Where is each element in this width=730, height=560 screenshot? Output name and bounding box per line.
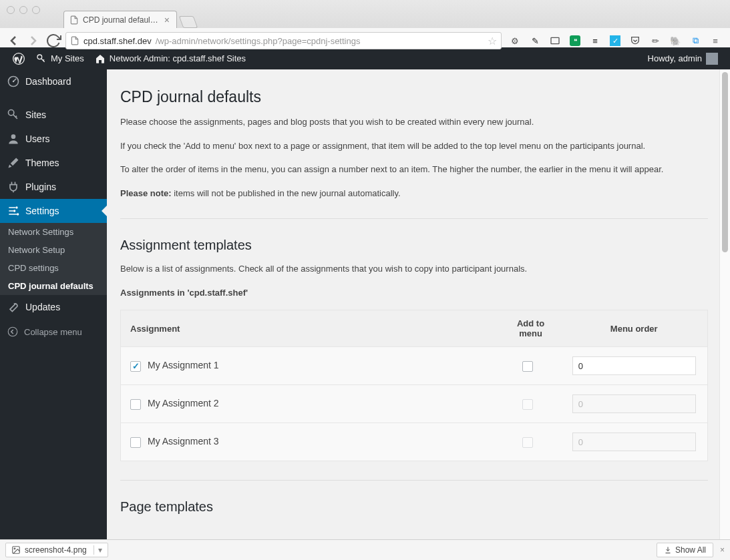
assignment-label: My Assignment 3	[148, 436, 219, 447]
brush-icon	[7, 156, 20, 170]
evernote-icon[interactable]: 🐘	[670, 35, 681, 46]
add-to-menu-checkbox	[522, 399, 533, 410]
tab-title: CPD journal defaults ‹ Netw	[83, 15, 160, 25]
download-bar: screenshot-4.png ▾ Show All ×	[0, 539, 730, 560]
svg-rect-0	[551, 37, 559, 43]
browser-tab[interactable]: CPD journal defaults ‹ Netw ×	[63, 11, 177, 28]
url-path: /wp-admin/network/settings.php?page=cpdn…	[156, 36, 361, 46]
add-to-menu-checkbox	[522, 437, 533, 448]
chevron-down-icon[interactable]: ▾	[94, 545, 102, 555]
windows-icon[interactable]: ⧉	[690, 35, 701, 46]
assignment-checkbox[interactable]	[130, 399, 141, 410]
account-link[interactable]: Howdy, admin	[643, 53, 723, 65]
intro-text: Please choose the assignments, pages and…	[120, 115, 708, 129]
wp-admin-bar: My Sites Network Admin: cpd.staff.shef S…	[0, 47, 730, 69]
wp-logo[interactable]	[7, 47, 31, 69]
menu-sites[interactable]: Sites	[0, 103, 107, 127]
buffer-icon[interactable]: ≡	[590, 35, 600, 46]
menu-plugins[interactable]: Plugins	[0, 175, 107, 199]
file-icon	[69, 15, 79, 25]
collapse-menu[interactable]: Collapse menu	[0, 319, 107, 344]
hangouts-icon[interactable]: ❝	[570, 35, 580, 46]
menu-icon[interactable]: ≡	[710, 35, 721, 46]
submenu-network-settings[interactable]: Network Settings	[0, 223, 107, 241]
submenu-network-setup[interactable]: Network Setup	[0, 241, 107, 259]
assignments-table: Assignment Add to menu Menu order My Ass…	[120, 310, 708, 461]
section-title: Page templates	[120, 499, 717, 515]
submenu-cpd-journal-defaults[interactable]: CPD journal defaults	[0, 277, 107, 295]
window-close[interactable]	[7, 6, 15, 14]
page-title: CPD journal defaults	[120, 88, 717, 106]
image-icon	[11, 545, 21, 555]
assignment-label: My Assignment 2	[148, 398, 219, 408]
svg-point-10	[8, 327, 17, 336]
assignment-checkbox[interactable]	[130, 361, 141, 372]
svg-point-5	[9, 110, 14, 115]
col-assignment: Assignment	[121, 310, 501, 347]
my-sites-link[interactable]: My Sites	[31, 47, 89, 69]
dropper-icon[interactable]: ✏	[650, 35, 661, 46]
close-icon[interactable]: ×	[164, 15, 170, 25]
wrench-icon	[7, 300, 20, 314]
bookmark-star-icon[interactable]: ☆	[488, 35, 497, 47]
window-max[interactable]	[32, 6, 40, 14]
svg-point-2	[37, 55, 42, 59]
menu-order-input	[572, 433, 696, 451]
gear-icon[interactable]: ⚙	[510, 35, 520, 46]
svg-point-12	[14, 548, 15, 549]
submenu-cpd-settings[interactable]: CPD settings	[0, 259, 107, 277]
intro-text: If you check the 'Add to menu' box next …	[120, 139, 708, 153]
menu-settings[interactable]: Settings	[0, 199, 107, 223]
new-tab-button[interactable]	[179, 16, 198, 28]
col-add-to-menu: Add to menu	[501, 310, 561, 347]
section-desc: Below is a list of assignments. Check al…	[120, 262, 708, 276]
cast-icon[interactable]	[550, 35, 560, 46]
download-item[interactable]: screenshot-4.png ▾	[5, 543, 108, 557]
sliders-icon	[7, 204, 20, 218]
scrollbar-thumb[interactable]	[722, 72, 728, 252]
intro-text: To alter the order of items in the menu,…	[120, 163, 708, 176]
window-min[interactable]	[19, 6, 27, 14]
wand-icon[interactable]: ✎	[530, 35, 540, 46]
add-to-menu-checkbox[interactable]	[522, 361, 533, 372]
back-button[interactable]	[5, 33, 21, 49]
main-content: CPD journal defaults Please choose the a…	[107, 69, 730, 539]
show-all-button[interactable]: Show All	[657, 543, 713, 557]
section-title: Assignment templates	[120, 238, 717, 253]
menu-order-input	[572, 394, 696, 413]
svg-point-8	[13, 210, 15, 212]
key-icon	[7, 108, 20, 121]
svg-point-9	[17, 213, 19, 215]
menu-themes[interactable]: Themes	[0, 151, 107, 175]
url-host: cpd.staff.shef.dev	[83, 36, 152, 46]
forward-button[interactable]	[25, 33, 41, 49]
reload-button[interactable]	[45, 33, 61, 49]
section-subhead: Assignments in 'cpd.staff.shef'	[120, 286, 708, 300]
menu-order-input[interactable]	[572, 356, 696, 375]
close-icon[interactable]: ×	[720, 545, 725, 555]
wordpress-icon	[12, 52, 25, 65]
dashboard-icon	[7, 75, 20, 88]
network-admin-link[interactable]: Network Admin: cpd.staff.shef Sites	[89, 47, 251, 69]
pocket-icon[interactable]	[630, 35, 641, 46]
menu-users[interactable]: Users	[0, 127, 107, 151]
browser-chrome: CPD journal defaults ‹ Netw × cpd.staff.…	[0, 0, 730, 47]
scrollbar[interactable]	[719, 69, 730, 539]
menu-updates[interactable]: Updates	[0, 295, 107, 319]
user-icon	[7, 132, 20, 146]
settings-submenu: Network Settings Network Setup CPD setti…	[0, 223, 107, 295]
admin-sidebar: Dashboard Sites Users Themes Plugins Set…	[0, 69, 107, 539]
table-row: My Assignment 3	[121, 423, 708, 461]
avatar	[706, 53, 718, 65]
divider	[120, 218, 708, 219]
table-row: My Assignment 2	[121, 385, 708, 423]
menu-dashboard[interactable]: Dashboard	[0, 69, 107, 93]
note-text: Please note: items will not be published…	[120, 187, 708, 200]
plug-icon	[7, 180, 20, 194]
checkbox-icon[interactable]: ✓	[610, 35, 620, 46]
home-icon	[95, 53, 106, 64]
svg-point-4	[13, 81, 15, 83]
assignment-checkbox[interactable]	[130, 437, 141, 448]
extension-icons: ⚙ ✎ ❝ ≡ ✓ ✏ 🐘 ⧉ ≡	[506, 35, 725, 46]
assignment-label: My Assignment 1	[148, 360, 219, 370]
